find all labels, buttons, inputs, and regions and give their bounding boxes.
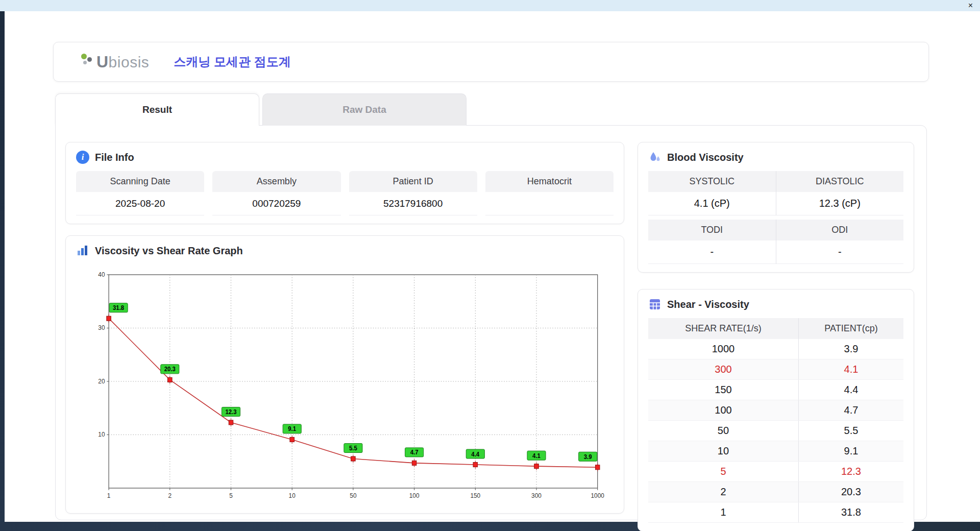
- app-title: 스캐닝 모세관 점도계: [174, 54, 290, 70]
- shear-rate-cell: 100: [648, 400, 798, 421]
- shear-viscosity-table: SHEAR RATE(1/s) PATIENT(cp) 10003.93004.…: [648, 318, 903, 523]
- patient-cell: 4.7: [798, 400, 903, 421]
- logo-text: biosis: [109, 54, 150, 71]
- field-label: Patient ID: [349, 171, 477, 192]
- svg-text:20.3: 20.3: [164, 366, 176, 372]
- bv-value: 12.3 (cP): [776, 192, 904, 215]
- bv-value-row: 4.1 (cP)12.3 (cP): [648, 192, 903, 215]
- patient-cell: 12.3: [798, 462, 903, 482]
- y-tick-label: 10: [98, 431, 105, 438]
- y-tick-label: 40: [98, 271, 105, 278]
- table-row: 3004.1: [648, 359, 903, 380]
- shear-rate-cell: 50: [648, 421, 798, 441]
- patient-cell: 4.4: [798, 380, 903, 400]
- data-point-marker: [107, 316, 111, 321]
- file-info-fields: Scanning Date2025-08-20Assembly000720259…: [76, 171, 614, 215]
- bv-value: -: [648, 240, 776, 264]
- logo-leaf-icon: [80, 52, 95, 67]
- bar-chart-icon: [76, 244, 89, 257]
- table-header-row: SHEAR RATE(1/s) PATIENT(cp): [648, 318, 903, 339]
- shear-rate-cell: 1: [648, 502, 798, 523]
- field-value: 52317916800: [349, 192, 477, 215]
- x-tick-label: 1000: [591, 492, 604, 499]
- shear-rate-cell: 300: [648, 359, 798, 380]
- field-value: [485, 192, 614, 215]
- table-row: 1504.4: [648, 380, 903, 400]
- bv-label: ODI: [776, 220, 904, 240]
- logo-text-bold: U: [96, 53, 109, 71]
- bv-header-row: SYSTOLICDIASTOLIC: [648, 171, 903, 192]
- tab-result[interactable]: Result: [55, 93, 259, 126]
- app-window: U biosis 스캐닝 모세관 점도계 Result Raw Data i F…: [5, 11, 980, 522]
- shear-rate-cell: 2: [648, 482, 798, 502]
- graph-card: Viscosity vs Shear Rate Graph 1020304012…: [65, 235, 624, 514]
- bv-label: TODI: [648, 220, 776, 240]
- svg-text:4.4: 4.4: [471, 450, 479, 457]
- file-info-title: File Info: [95, 152, 134, 163]
- table-row: 131.8: [648, 502, 903, 523]
- patient-cell: 3.9: [798, 339, 903, 359]
- graph-header: Viscosity vs Shear Rate Graph: [76, 244, 614, 257]
- ubiosis-logo: U biosis: [80, 52, 149, 71]
- field-value: 000720259: [212, 192, 340, 215]
- bv-value-row: --: [648, 240, 903, 264]
- data-point-marker: [595, 465, 600, 470]
- file-info-field: Assembly000720259: [212, 171, 340, 215]
- field-label: Hematocrit: [485, 171, 614, 192]
- column-header-patient: PATIENT(cp): [798, 318, 903, 339]
- file-info-header: i File Info: [76, 151, 614, 164]
- viscosity-chart: 102030401251050100150300100031.820.312.3…: [90, 268, 604, 503]
- bv-label: DIASTOLIC: [776, 171, 904, 192]
- right-column: Blood Viscosity SYSTOLICDIASTOLIC4.1 (cP…: [638, 142, 914, 514]
- patient-cell: 9.1: [798, 441, 903, 462]
- blood-viscosity-title: Blood Viscosity: [667, 152, 744, 163]
- shear-viscosity-title: Shear - Viscosity: [667, 299, 749, 310]
- shear-rate-cell: 1000: [648, 339, 798, 359]
- x-tick-label: 10: [289, 492, 296, 499]
- app-header: U biosis 스캐닝 모세관 점도계: [53, 42, 929, 82]
- patient-cell: 31.8: [798, 502, 903, 523]
- left-column: i File Info Scanning Date2025-08-20Assem…: [65, 142, 624, 514]
- x-tick-label: 2: [168, 492, 172, 499]
- table-row: 505.5: [648, 421, 903, 441]
- graph-title: Viscosity vs Shear Rate Graph: [95, 245, 243, 257]
- x-tick-label: 5: [229, 492, 233, 499]
- field-value: 2025-08-20: [76, 192, 204, 215]
- table-grid-icon: [648, 298, 662, 311]
- x-tick-label: 1: [107, 492, 111, 499]
- data-point-marker: [351, 456, 356, 461]
- file-info-field: Patient ID52317916800: [349, 171, 477, 215]
- patient-cell: 20.3: [798, 482, 903, 502]
- droplet-icon: [648, 151, 662, 164]
- table-row: 220.3: [648, 482, 903, 502]
- blood-viscosity-table: SYSTOLICDIASTOLIC4.1 (cP)12.3 (cP)TODIOD…: [648, 171, 903, 264]
- svg-text:4.1: 4.1: [532, 452, 541, 458]
- data-point-marker: [534, 464, 539, 469]
- svg-text:12.3: 12.3: [225, 408, 237, 415]
- svg-text:4.7: 4.7: [410, 449, 419, 455]
- close-icon[interactable]: ×: [968, 2, 973, 10]
- table-row: 512.3: [648, 462, 903, 482]
- result-panel: i File Info Scanning Date2025-08-20Assem…: [55, 125, 927, 520]
- y-tick-label: 30: [98, 324, 105, 331]
- field-label: Assembly: [212, 171, 340, 192]
- column-header-shear-rate: SHEAR RATE(1/s): [648, 318, 798, 339]
- table-row: 10003.9: [648, 339, 903, 359]
- blood-viscosity-header: Blood Viscosity: [648, 151, 903, 164]
- info-icon: i: [76, 151, 89, 164]
- patient-cell: 4.1: [798, 359, 903, 380]
- tab-raw-data[interactable]: Raw Data: [262, 93, 467, 126]
- bv-value: 4.1 (cP): [648, 192, 776, 215]
- field-label: Scanning Date: [76, 171, 204, 192]
- svg-text:3.9: 3.9: [584, 453, 592, 460]
- x-tick-label: 100: [409, 492, 420, 499]
- desktop-background: × U biosis 스캐닝 모세관 점도계 Result Raw Data: [0, 0, 980, 531]
- patient-cell: 5.5: [798, 421, 903, 441]
- shear-rate-cell: 150: [648, 380, 798, 400]
- shear-viscosity-card: Shear - Viscosity SHEAR RATE(1/s) PATIEN…: [638, 289, 914, 531]
- bv-header-row: TODIODI: [648, 220, 903, 240]
- file-info-field: Hematocrit: [485, 171, 614, 215]
- file-info-field: Scanning Date2025-08-20: [76, 171, 204, 215]
- data-point-marker: [473, 463, 478, 467]
- data-point-marker: [290, 437, 295, 442]
